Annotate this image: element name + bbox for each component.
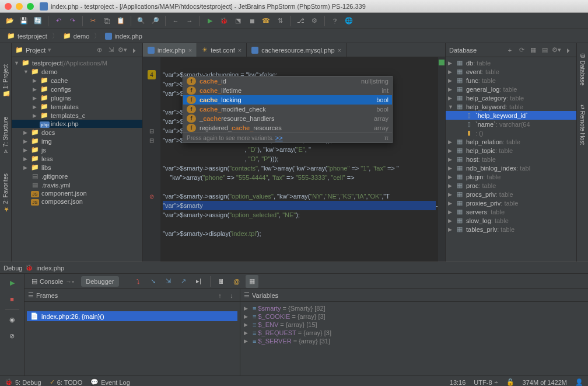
autocomplete-item[interactable]: fcache_lockingbool (183, 95, 392, 105)
db-tree-item[interactable]: ▶▦help_relation: table (446, 137, 576, 146)
tree-item[interactable]: ▼📁testproject (/Applications/M (12, 58, 142, 67)
tree-item[interactable]: ▼📁demo (12, 67, 142, 76)
frame-down-button[interactable]: ↓ (227, 291, 236, 300)
db-tree-item[interactable]: ▯`name`: varchar(64 (446, 120, 576, 128)
structure-tool-tab[interactable]: ⪢ 7: Structure (1, 113, 10, 158)
variable-row[interactable]: ▶≡ $_COOKIE = {array} [3] (243, 312, 586, 321)
db-tree-item[interactable]: ▶▦proxies_priv: table (446, 199, 576, 207)
filter-button[interactable]: ▦ (528, 46, 538, 55)
zoom-window-button[interactable] (27, 3, 34, 10)
tree-item[interactable]: ▤.gitignore (12, 172, 142, 180)
autocomplete-item[interactable]: fregistered_cache_resourcesarray (183, 123, 392, 133)
line-col-indicator[interactable]: 13:16 (450, 379, 466, 386)
db-tree-item[interactable]: ▶▦tables_priv: table (446, 225, 576, 234)
tree-item[interactable]: JScomposer.json (12, 197, 142, 206)
tree-item[interactable]: ▶📁docs (12, 128, 142, 137)
db-tree-item[interactable]: ▶▦help_category: table (446, 93, 576, 102)
stop-debug-button[interactable]: ■ (6, 293, 19, 305)
frame-up-button[interactable]: ↑ (215, 291, 225, 300)
lock-indicator[interactable]: 🔓 (506, 378, 514, 386)
editor[interactable]: 4 ⊟ ⊟ ⊘ "var">$smarty->debugging = "kw">… (143, 57, 445, 262)
layout-button[interactable]: ▦ (246, 275, 258, 288)
variable-row[interactable]: ▶≡ $_REQUEST = {array} [3] (243, 329, 586, 337)
db-tree-item[interactable]: ▶▦general_log: table (446, 85, 576, 93)
variable-row[interactable]: ▶≡ $_SERVER = {array} [31] (243, 337, 586, 345)
step-out-button[interactable]: ↗ (177, 275, 190, 288)
tree-item[interactable]: ▶📁js (12, 145, 142, 154)
hector-icon[interactable]: 👤 (575, 378, 583, 386)
run-to-cursor-button[interactable]: ▸| (192, 275, 205, 288)
close-window-button[interactable] (5, 3, 12, 10)
undo-button[interactable]: ↶ (52, 15, 65, 27)
tree-item[interactable]: ▶📁img (12, 137, 142, 145)
evaluate-button[interactable]: 🖩 (215, 275, 228, 288)
breadcrumb-item[interactable]: index.php (102, 32, 146, 41)
help-button[interactable]: ? (328, 15, 341, 27)
tree-item[interactable]: phpindex.php (12, 120, 142, 128)
cut-button[interactable]: ✂ (86, 15, 99, 27)
save-all-button[interactable]: 💾 (18, 15, 30, 27)
db-tree-item[interactable]: ▯`help_keyword_id` (446, 111, 576, 120)
variable-row[interactable]: ▶≡ $smarty = {Smarty} [82] (243, 304, 586, 312)
debug-status-button[interactable]: 🐞5: Debug (5, 378, 41, 386)
close-tab-button[interactable]: × (188, 47, 192, 54)
refresh-button[interactable]: ⟳ (517, 46, 526, 55)
tree-item[interactable]: ▶📁libs (12, 163, 142, 172)
db-tree-item[interactable]: ▶▦procs_priv: table (446, 190, 576, 199)
db-tree-item[interactable]: ▶▦event: table (446, 67, 576, 76)
console-tab[interactable]: ▤Console →• (27, 276, 79, 287)
db-tree-item[interactable]: ▶▦db: table (446, 58, 576, 67)
back-button[interactable]: ← (169, 15, 182, 27)
redo-button[interactable]: ↷ (66, 15, 79, 27)
autocomplete-item[interactable]: fcache_modified_checkbool (183, 105, 392, 114)
db-tree-item[interactable]: ▶▦proc: table (446, 181, 576, 190)
hide-db-panel-button[interactable]: ⏵ (564, 46, 573, 55)
project-tool-tab[interactable]: 📁 1: Project (1, 61, 10, 102)
run-button[interactable]: ▶ (204, 15, 216, 27)
variable-row[interactable]: ▶≡ $_ENV = {array} [15] (243, 321, 586, 329)
db-tree-item[interactable]: ▶▦func: table (446, 76, 576, 85)
encoding-indicator[interactable]: UTF-8 ÷ (474, 379, 498, 386)
db-tree-item[interactable]: ▮: () (446, 128, 576, 137)
tree-item[interactable]: ▶📁plugins (12, 93, 142, 102)
force-step-into-button[interactable]: ⇲ (162, 275, 175, 288)
stack-frame[interactable]: 📄 index.php:26, {main}() (27, 311, 237, 321)
deploy-button[interactable]: ⇅ (274, 15, 286, 27)
editor-tab[interactable]: index.php× (143, 43, 197, 57)
database-tool-tab[interactable]: ⛁ Database (578, 49, 587, 89)
breadcrumb-item[interactable]: 📁testproject (4, 31, 51, 41)
db-tree-item[interactable]: ▶▦help_topic: table (446, 146, 576, 155)
console-button[interactable]: ▤ (540, 46, 550, 55)
browser-button[interactable]: 🌐 (342, 15, 355, 27)
mute-breakpoints-button[interactable]: ⊘ (6, 329, 19, 342)
step-over-button[interactable]: ⤵ (132, 275, 145, 288)
db-settings-button[interactable]: ⚙▾ (552, 46, 561, 55)
settings-button[interactable]: ⚙ (308, 15, 321, 27)
step-into-button[interactable]: ↘ (147, 275, 160, 288)
autocomplete-item[interactable]: fcache_idnull|string (183, 76, 392, 86)
panel-settings-button[interactable]: ⚙▾ (118, 46, 127, 55)
tree-item[interactable]: JScomponent.json (12, 189, 142, 197)
editor-tab[interactable]: ☀test.conf× (197, 43, 247, 57)
autocomplete-popup[interactable]: fcache_idnull|stringfcache_lifetimeintfc… (183, 76, 393, 143)
minimize-window-button[interactable] (16, 3, 23, 10)
autocomplete-item[interactable]: f_cacheresource_handlersarray (183, 114, 392, 123)
forward-button[interactable]: → (183, 15, 196, 27)
debugger-tab[interactable]: Debugger (81, 276, 118, 287)
listen-debug-button[interactable]: ☎ (260, 15, 272, 27)
close-tab-button[interactable]: × (338, 47, 341, 54)
scroll-from-source-button[interactable]: ⊕ (94, 46, 104, 55)
eventlog-status-button[interactable]: 💬Event Log (90, 378, 130, 386)
stop-button[interactable]: ⏹ (246, 15, 258, 27)
copy-button[interactable]: ⿻ (100, 15, 113, 27)
paste-button[interactable]: 📋 (114, 15, 127, 27)
tree-item[interactable]: ▶📁templates (12, 102, 142, 111)
db-tree-item[interactable]: ▶▦servers: table (446, 207, 576, 216)
database-tree[interactable]: ▶▦db: table▶▦event: table▶▦func: table▶▦… (446, 57, 576, 262)
find-button[interactable]: 🔍 (135, 15, 148, 27)
db-tree-item[interactable]: ▶▦slow_log: table (446, 216, 576, 225)
favorites-tool-tab[interactable]: ★ 2: Favorites (1, 170, 10, 217)
editor-gutter[interactable]: 4 ⊟ ⊟ ⊘ (143, 57, 160, 262)
db-tree-item[interactable]: ▶▦ndb_binlog_index: tabl (446, 164, 576, 172)
sync-button[interactable]: 🔄 (32, 15, 44, 27)
